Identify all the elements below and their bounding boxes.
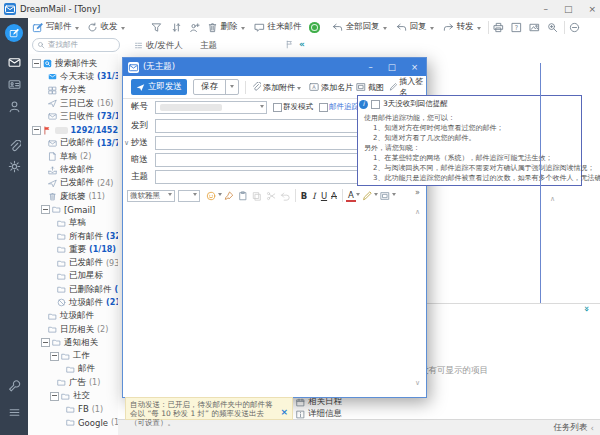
italic-button[interactable]: I <box>309 191 319 201</box>
scroll-down-icon[interactable]: ∨ <box>415 379 420 387</box>
insert-table-button[interactable] <box>380 191 390 201</box>
maximize-button[interactable]: □ <box>564 4 573 14</box>
expander-icon[interactable] <box>41 338 50 347</box>
sidebar-item[interactable]: Google(1) <box>28 416 118 429</box>
online-status-icon[interactable] <box>309 22 320 33</box>
save-button[interactable]: 保存 <box>193 79 239 95</box>
expander-icon[interactable] <box>32 126 41 135</box>
mail-view-icon[interactable] <box>8 56 21 69</box>
sidebar-item[interactable]: 1292/1452 <box>28 123 118 136</box>
collapse-cc-icon[interactable]: ∨ <box>124 139 129 147</box>
scroll-up-icon[interactable]: ∧ <box>415 208 420 216</box>
undo-button[interactable] <box>280 191 290 201</box>
paste-button[interactable] <box>238 191 248 201</box>
sidebar-item[interactable]: 废纸篓(11) <box>28 190 118 203</box>
menu-icon[interactable] <box>8 406 21 419</box>
close-button[interactable]: × <box>588 4 596 14</box>
chevron-up-icon[interactable]: ∧ <box>550 195 555 203</box>
add-contact-button[interactable] <box>187 20 202 35</box>
sidebar-item[interactable]: 有分类 <box>28 84 118 97</box>
sort-button[interactable] <box>169 20 184 35</box>
sidebar-item[interactable]: 已发邮件(24) <box>28 177 118 190</box>
help-button[interactable]: ? <box>509 20 524 35</box>
sidebar-item[interactable]: 所有邮件(32/296) <box>28 230 118 243</box>
compose-shortcut-button[interactable] <box>5 24 23 42</box>
flag-column-icon[interactable] <box>285 40 294 49</box>
sidebar-item[interactable]: 垃圾邮件 <box>28 310 118 323</box>
sidebar-item[interactable]: 广告(1) <box>28 376 118 389</box>
underline-button[interactable]: U <box>319 191 329 201</box>
font-size-select[interactable] <box>178 190 200 202</box>
write-mail-button[interactable]: 写邮件 <box>30 20 81 35</box>
compose-minimize-button[interactable]: – <box>369 62 373 72</box>
settings-icon[interactable] <box>8 160 21 173</box>
font-family-select[interactable]: 微软雅黑 <box>127 190 175 202</box>
print-button[interactable] <box>491 20 506 35</box>
reply-button[interactable]: 回复 <box>394 20 436 35</box>
expander-icon[interactable] <box>50 392 59 401</box>
attachments-icon[interactable] <box>8 140 21 153</box>
screenshot-button[interactable]: 截图 <box>356 79 384 95</box>
expander-icon[interactable] <box>50 352 59 361</box>
font-color-button[interactable]: A <box>346 190 356 202</box>
sidebar-item[interactable]: 邮件 <box>28 363 118 376</box>
sidebar-item[interactable]: 已删除邮件(68/159) <box>28 283 118 296</box>
highlight-button[interactable] <box>362 191 372 201</box>
tools-icon[interactable] <box>8 380 21 393</box>
send-now-button[interactable]: 立即发送 <box>131 79 187 95</box>
sidebar-item[interactable]: 社交 <box>28 389 118 402</box>
column-subject[interactable]: 主题 <box>200 40 217 52</box>
account-select[interactable] <box>155 101 267 114</box>
zoom-button[interactable] <box>545 20 560 35</box>
insert-signature-button[interactable]: 插入签名 <box>389 79 426 95</box>
add-card-button[interactable]: A 添加名片 <box>309 79 353 95</box>
column-sender[interactable]: 收/发件人 <box>146 40 183 52</box>
sidebar-item[interactable]: 工作 <box>28 350 118 363</box>
toast-close-icon[interactable]: × <box>280 408 288 416</box>
tracking-checkbox[interactable] <box>319 103 328 112</box>
collapse-toolbar-button[interactable] <box>567 20 582 35</box>
task-list-button[interactable]: 任务列表 <box>554 422 588 434</box>
tracking-label[interactable]: 邮件追踪 <box>329 102 359 112</box>
strikethrough-button[interactable]: A <box>329 191 339 201</box>
compose-close-button[interactable]: × <box>411 62 418 72</box>
sidebar-item[interactable]: 三日已发(16) <box>28 97 118 110</box>
sidebar-item[interactable]: [Gmail] <box>28 203 118 216</box>
sidebar-item[interactable]: 搜索邮件夹 <box>28 57 118 70</box>
info-icon[interactable]: i <box>359 100 368 109</box>
sidebar-item[interactable]: 草稿(2) <box>28 150 118 163</box>
emoji-button[interactable] <box>206 191 216 201</box>
collapse-tasks-icon[interactable]: ‹ <box>591 423 594 433</box>
chevron-double-down-icon[interactable]: » <box>582 306 592 312</box>
sidebar-item[interactable]: 已发邮件(93) <box>28 256 118 269</box>
sidebar-item[interactable]: 已收邮件(13/705) <box>28 137 118 150</box>
delete-button[interactable]: 删除 <box>205 20 247 35</box>
send-receive-button[interactable]: 收发 <box>85 20 127 35</box>
contacts-icon[interactable] <box>8 100 21 113</box>
sidebar-item[interactable]: FB(1) <box>28 403 118 416</box>
list-view-icon[interactable] <box>134 41 143 50</box>
correspondence-button[interactable]: 往来邮件 <box>252 20 304 35</box>
sidebar-item[interactable]: 草稿 <box>28 217 118 230</box>
reply-reminder-checkbox[interactable] <box>371 100 380 109</box>
expander-icon[interactable] <box>41 205 50 214</box>
expander-icon[interactable] <box>32 59 41 68</box>
sidebar-item[interactable]: 已加星标 <box>28 270 118 283</box>
sidebar-item[interactable]: 待发邮件 <box>28 163 118 176</box>
sidebar-item[interactable]: 垃圾邮件(215/377) <box>28 296 118 309</box>
add-attachment-button[interactable]: 添加附件 <box>251 79 301 95</box>
compose-maximize-button[interactable]: □ <box>388 62 396 72</box>
search-input[interactable]: 查找邮件 <box>32 38 120 52</box>
cut-button[interactable] <box>266 191 276 201</box>
image-button[interactable] <box>527 20 542 35</box>
sidebar-item[interactable]: 通知相关 <box>28 336 118 349</box>
sidebar-item[interactable]: 三日收件(73/106) <box>28 110 118 123</box>
bold-button[interactable]: B <box>299 191 309 201</box>
preview-splitter[interactable] <box>540 63 541 303</box>
sidebar-item[interactable]: 今天未读(31/31) <box>28 70 118 83</box>
format-painter-button[interactable] <box>224 191 234 201</box>
more-tools-button[interactable]: » <box>415 188 420 197</box>
contact-card-icon[interactable] <box>8 78 21 91</box>
message-body-editor[interactable]: ∧ ∨ <box>123 204 426 397</box>
minimize-button[interactable]: – <box>543 4 548 14</box>
